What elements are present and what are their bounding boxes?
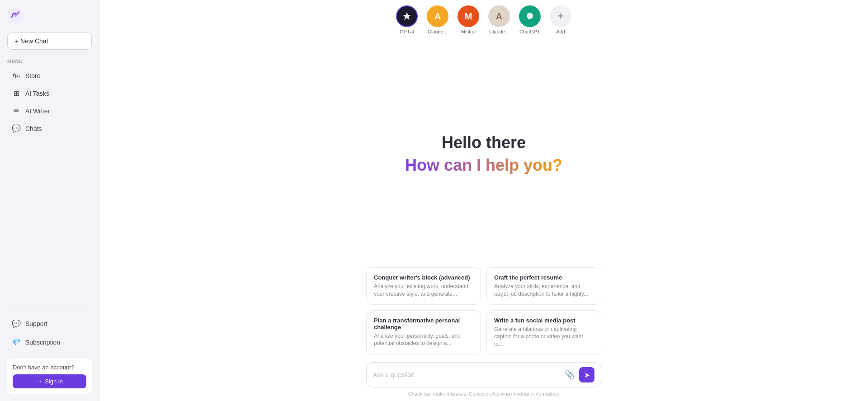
model-avatar-gpt4: [396, 5, 418, 27]
account-section: Don't have an account? → Sign in: [7, 359, 92, 394]
model-label-add: Add: [556, 29, 565, 34]
hero-title: Hello there: [442, 133, 526, 152]
main-content: GPT-4 A Claude... M Mistral A Claude...: [99, 0, 868, 401]
model-label-claude2: Claude...: [489, 29, 509, 34]
sidebar-bottom: 💬 Support 💎 Subscription Don't have an a…: [7, 308, 92, 394]
cards-row-1: Conquer writer's block (advanced) Analyz…: [366, 267, 601, 305]
sidebar-item-label-support: Support: [25, 320, 47, 327]
sidebar-item-label-subscription: Subscription: [25, 339, 60, 346]
disclaimer-text: Chatly can make mistakes. Consider check…: [408, 391, 559, 396]
pencil-icon: ✏: [12, 107, 21, 115]
sidebar-item-label-store: Store: [25, 72, 40, 79]
send-icon: ➤: [584, 371, 590, 379]
model-avatar-mistral: M: [458, 5, 479, 27]
app-logo: [7, 7, 24, 23]
model-item-mistral[interactable]: M Mistral: [458, 5, 479, 34]
model-item-chatgpt[interactable]: ChatGPT: [519, 5, 541, 34]
sign-in-icon: →: [36, 378, 42, 385]
model-avatar-claude2: A: [488, 5, 510, 27]
model-avatar-add: +: [550, 5, 571, 27]
card-challenge[interactable]: Plan a transformative personal challenge…: [366, 310, 481, 355]
sidebar-bottom-nav: 💬 Support 💎 Subscription: [7, 315, 92, 351]
chat-input-box: 📎 ➤: [366, 362, 601, 387]
sidebar-item-store[interactable]: 🛍 Store: [7, 68, 92, 84]
sidebar-item-label-ai-writer: AI Writer: [25, 107, 50, 115]
sidebar-item-ai-writer[interactable]: ✏ AI Writer: [7, 103, 92, 119]
model-item-add[interactable]: + Add: [550, 5, 571, 34]
menu-label: Menu: [7, 59, 92, 64]
new-chat-button[interactable]: + New Chat: [7, 33, 92, 50]
card-writers-block[interactable]: Conquer writer's block (advanced) Analyz…: [366, 267, 481, 305]
card-desc-social-media: Generate a hilarious or captivating capt…: [494, 326, 594, 348]
sign-in-button[interactable]: → Sign in: [13, 374, 86, 388]
sidebar-item-label-ai-tasks: AI Tasks: [25, 90, 49, 97]
store-icon: 🛍: [12, 72, 21, 80]
hero-section: Hello there How can I help you?: [99, 40, 868, 267]
cards-row-2: Plan a transformative personal challenge…: [366, 310, 601, 355]
account-text: Don't have an account?: [13, 364, 86, 371]
card-title-social-media: Write a fun social media post: [494, 317, 594, 324]
sidebar-item-support[interactable]: 💬 Support: [7, 315, 92, 332]
model-avatar-claude1: A: [427, 5, 448, 27]
sidebar-item-label-chats: Chats: [25, 125, 42, 132]
svg-point-1: [14, 14, 17, 17]
input-section: 📎 ➤ Chatly can make mistakes. Consider c…: [99, 362, 868, 401]
sidebar-nav: 🛍 Store ⊞ AI Tasks ✏ AI Writer 💬 Chats: [7, 68, 92, 138]
ai-tasks-icon: ⊞: [12, 89, 21, 98]
card-resume[interactable]: Craft the perfect resume Analyze your sk…: [486, 267, 601, 305]
model-bar: GPT-4 A Claude... M Mistral A Claude...: [99, 0, 868, 40]
chat-input[interactable]: [373, 371, 560, 378]
card-desc-writers-block: Analyze your existing work, understand y…: [374, 283, 473, 298]
hero-subtitle: How can I help you?: [405, 156, 562, 175]
sidebar-item-chats[interactable]: 💬 Chats: [7, 120, 92, 137]
card-desc-challenge: Analyze your personality, goals, and pot…: [374, 332, 473, 348]
model-label-claude1: Claude...: [428, 29, 448, 34]
card-title-writers-block: Conquer writer's block (advanced): [374, 274, 473, 281]
model-label-gpt4: GPT-4: [400, 29, 414, 34]
sidebar: + New Chat Menu 🛍 Store ⊞ AI Tasks ✏ AI …: [0, 0, 99, 401]
sidebar-item-subscription[interactable]: 💎 Subscription: [7, 334, 92, 350]
sign-in-label: Sign in: [45, 378, 63, 385]
model-item-claude1[interactable]: A Claude...: [427, 5, 448, 34]
paperclip-icon: 📎: [565, 370, 575, 380]
support-icon: 💬: [12, 319, 21, 328]
diamond-icon: 💎: [12, 338, 21, 346]
model-label-chatgpt: ChatGPT: [519, 29, 540, 34]
card-desc-resume: Analyze your skills, experience, and tar…: [494, 283, 594, 298]
sidebar-item-ai-tasks[interactable]: ⊞ AI Tasks: [7, 85, 92, 102]
cards-section: Conquer writer's block (advanced) Analyz…: [99, 267, 868, 362]
card-social-media[interactable]: Write a fun social media post Generate a…: [486, 310, 601, 355]
send-button[interactable]: ➤: [579, 367, 594, 382]
model-item-claude2[interactable]: A Claude...: [488, 5, 510, 34]
chat-icon: 💬: [12, 124, 21, 133]
attach-button[interactable]: 📎: [565, 370, 575, 380]
card-title-resume: Craft the perfect resume: [494, 274, 594, 281]
model-label-mistral: Mistral: [461, 29, 476, 34]
card-title-challenge: Plan a transformative personal challenge: [374, 317, 473, 331]
model-item-gpt4[interactable]: GPT-4: [396, 5, 418, 34]
model-avatar-chatgpt: [519, 5, 541, 27]
